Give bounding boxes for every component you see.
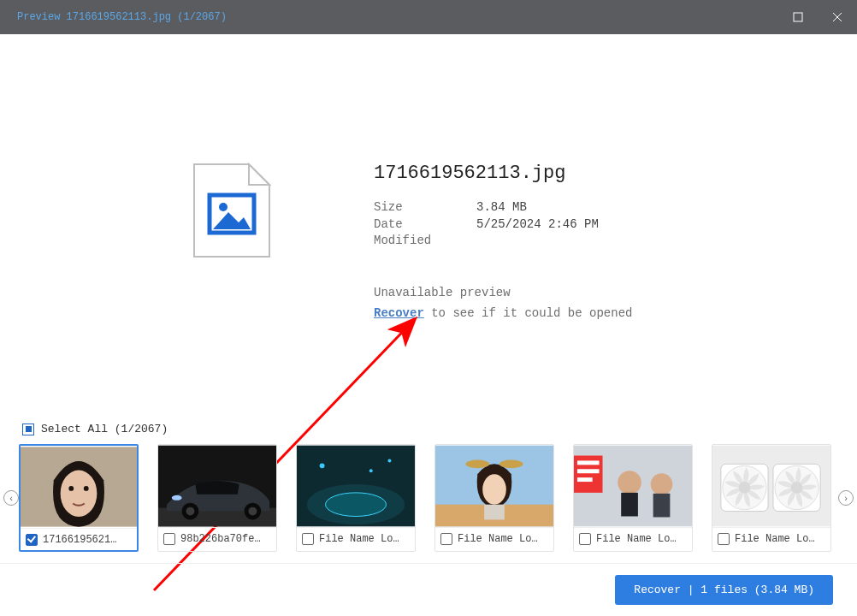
- footer-bar: Recover | 1 files (3.84 MB): [0, 563, 857, 616]
- thumbnail-checkbox[interactable]: [718, 533, 730, 545]
- thumbnail-checkbox[interactable]: [163, 533, 175, 545]
- thumbnail-checkbox[interactable]: [440, 533, 452, 545]
- select-all-checkbox[interactable]: [22, 424, 34, 435]
- svg-rect-37: [577, 460, 600, 465]
- thumbnail-item[interactable]: File Name Lo…: [296, 444, 416, 552]
- svg-point-47: [739, 482, 751, 494]
- thumbnail-label: File Name Lo…: [596, 533, 677, 545]
- svg-point-34: [499, 459, 523, 468]
- svg-point-50: [791, 482, 803, 494]
- thumbnail-item[interactable]: 98b226ba70fe…: [157, 444, 277, 552]
- recover-suffix: to see if it could be opened: [424, 306, 633, 320]
- thumbnail-image: [712, 445, 830, 527]
- maximize-button[interactable]: [778, 0, 818, 34]
- svg-rect-38: [577, 469, 600, 473]
- recover-link[interactable]: Recover: [374, 306, 424, 320]
- window-title: Preview 1716619562113.jpg (1/2067): [17, 11, 227, 23]
- thumbnail-item[interactable]: File Name Lo…: [573, 444, 693, 552]
- thumbnail-checkbox[interactable]: [302, 533, 314, 545]
- file-name: 1716619562113.jpg: [374, 163, 665, 184]
- size-value: 3.84 MB: [476, 199, 527, 216]
- thumbnail-item[interactable]: File Name Lo…: [434, 444, 554, 552]
- thumbnail-image: [297, 445, 415, 527]
- recover-instruction: Recover to see if it could be opened: [374, 306, 665, 320]
- svg-point-40: [618, 471, 641, 495]
- svg-point-33: [465, 459, 489, 468]
- svg-marker-4: [249, 164, 269, 185]
- svg-point-27: [369, 469, 373, 472]
- svg-point-11: [61, 471, 98, 517]
- thumb-nav-right[interactable]: ›: [838, 490, 854, 506]
- thumbnail-image: [158, 445, 276, 527]
- thumbnail-item[interactable]: File Name Lo…: [712, 444, 831, 552]
- svg-rect-41: [621, 493, 638, 517]
- title-bar: Preview 1716619562113.jpg (1/2067): [0, 0, 857, 34]
- unavailable-preview-text: Unavailable preview: [374, 286, 665, 299]
- svg-rect-32: [484, 505, 505, 520]
- thumbnail-image: [574, 445, 692, 527]
- close-button[interactable]: [818, 0, 857, 34]
- thumbnail-image: [21, 446, 137, 528]
- svg-point-25: [320, 463, 325, 468]
- preview-body: 1716619562113.jpg Size 3.84 MB Date Modi…: [0, 34, 857, 616]
- date-modified-value: 5/25/2024 2:46 PM: [476, 216, 599, 250]
- thumbnail-label: 98b226ba70fe…: [180, 533, 261, 545]
- select-all-label: Select All (1/2067): [41, 423, 168, 435]
- thumbnail-label: File Name Lo…: [458, 533, 538, 545]
- svg-point-13: [84, 486, 89, 491]
- thumb-nav-left[interactable]: ‹: [3, 490, 19, 506]
- thumbnail-checkbox[interactable]: [579, 533, 591, 545]
- svg-point-6: [219, 203, 228, 211]
- recover-button[interactable]: Recover | 1 files (3.84 MB): [615, 575, 833, 605]
- svg-point-20: [172, 495, 182, 500]
- svg-rect-43: [653, 494, 671, 518]
- thumbnail-strip: Select All (1/2067) ‹ › 17166195621…98b2…: [0, 423, 857, 552]
- size-label: Size: [374, 199, 459, 216]
- file-type-icon: [192, 163, 271, 258]
- svg-point-17: [186, 507, 195, 516]
- thumbnail-label: File Name Lo…: [319, 533, 399, 545]
- thumbnail-item[interactable]: 17166195621…: [19, 444, 139, 552]
- svg-rect-0: [794, 13, 802, 21]
- svg-point-31: [482, 474, 506, 504]
- svg-rect-39: [577, 477, 593, 482]
- svg-point-26: [387, 459, 391, 462]
- file-info-panel: 1716619562113.jpg Size 3.84 MB Date Modi…: [374, 163, 665, 320]
- svg-point-19: [248, 507, 257, 516]
- thumbnail-label: 17166195621…: [43, 534, 116, 546]
- date-modified-label: Date Modified: [374, 216, 459, 250]
- thumbnail-label: File Name Lo…: [735, 533, 815, 545]
- thumbnail-checkbox[interactable]: [26, 534, 38, 546]
- thumbnail-image: [435, 445, 553, 527]
- svg-point-42: [651, 473, 673, 495]
- svg-point-12: [68, 486, 74, 491]
